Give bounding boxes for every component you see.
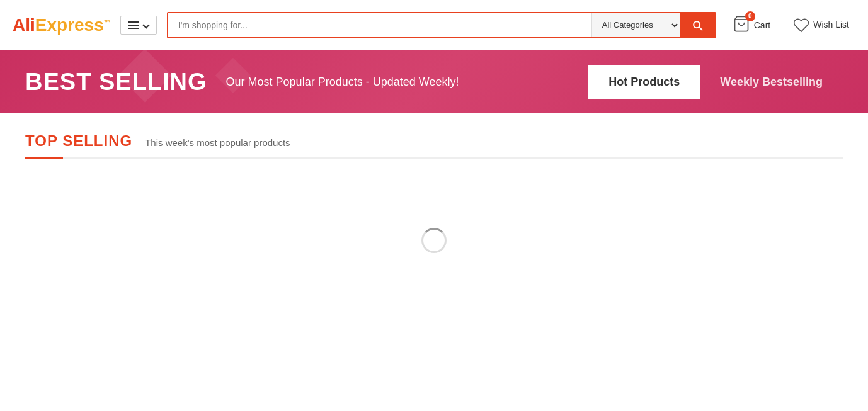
- main-content: TOP SELLING This week's most popular pro…: [0, 113, 868, 329]
- section-title: TOP SELLING: [25, 132, 132, 150]
- search-bar: All Categories: [167, 12, 716, 38]
- banner-title: BEST SELLING: [25, 69, 207, 96]
- cart-area[interactable]: 0 Cart: [726, 15, 777, 35]
- logo-tm: ™: [104, 18, 110, 25]
- hamburger-icon: [128, 21, 139, 29]
- chevron-down-icon: [142, 21, 149, 28]
- logo[interactable]: AliExpress™: [13, 15, 110, 35]
- category-select[interactable]: All Categories: [591, 13, 680, 37]
- tab-weekly-bestselling[interactable]: Weekly Bestselling: [700, 65, 843, 99]
- loading-area: [25, 171, 843, 310]
- section-subtitle: This week's most popular products: [145, 137, 290, 148]
- loading-spinner: [421, 228, 447, 253]
- section-divider: [25, 157, 843, 159]
- cart-label: Cart: [754, 20, 770, 30]
- cart-badge: 0: [745, 11, 755, 21]
- logo-express: Express: [35, 15, 104, 35]
- section-header: TOP SELLING This week's most popular pro…: [25, 132, 843, 150]
- cart-icon-wrap: 0: [733, 15, 750, 35]
- banner-tabs: Hot Products Weekly Bestselling: [588, 65, 843, 99]
- search-icon: [691, 19, 704, 31]
- wishlist-label: Wish List: [813, 20, 849, 30]
- logo-ali: Ali: [13, 15, 35, 35]
- search-input[interactable]: [168, 13, 591, 37]
- banner: BEST SELLING Our Most Popular Products -…: [0, 50, 868, 113]
- wishlist-area[interactable]: Wish List: [787, 17, 855, 33]
- search-button[interactable]: [680, 13, 715, 37]
- heart-icon: [793, 17, 809, 33]
- tab-hot-products[interactable]: Hot Products: [588, 65, 700, 99]
- banner-subtitle: Our Most Popular Products - Updated Week…: [226, 76, 589, 89]
- header: AliExpress™ All Categories 0: [0, 0, 868, 50]
- menu-button[interactable]: [120, 16, 157, 35]
